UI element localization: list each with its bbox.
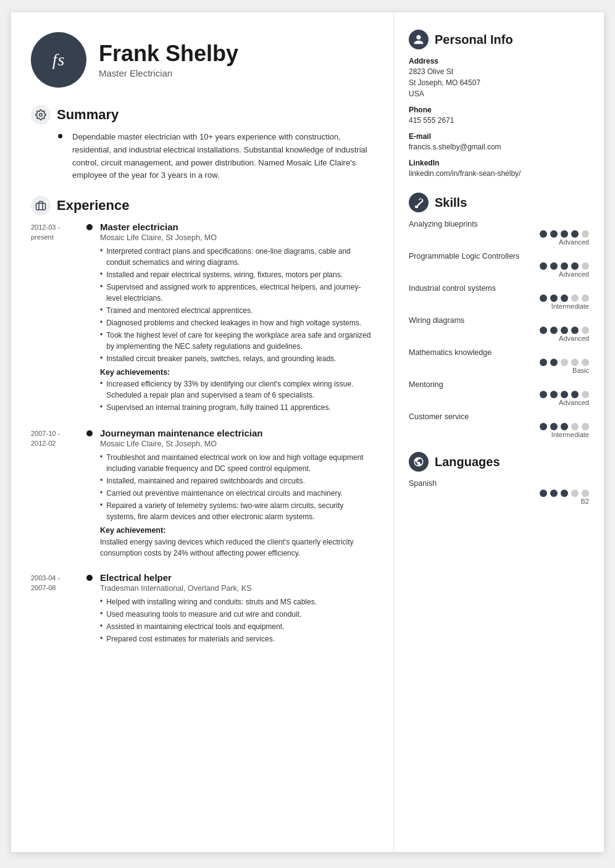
exp-bullet: •Trained and mentored electrical apprent… [100, 305, 374, 316]
resume-header: fs Frank Shelby Master Electrician [31, 32, 374, 88]
candidate-title: Master Electrician [99, 68, 238, 78]
experience-title-row: Experience [31, 196, 374, 215]
languages-icon [409, 452, 429, 472]
exp-bullet: •Helped with installing wiring and condu… [100, 596, 374, 607]
exp-content-1: Master electrician Mosaic Life Claire, S… [100, 222, 374, 414]
exp-dot-3 [86, 575, 93, 581]
personal-info-title: Personal Info [435, 33, 513, 47]
languages-title: Languages [435, 455, 500, 469]
exp-bullets-3: •Helped with installing wiring and condu… [100, 596, 374, 645]
candidate-name: Frank Shelby [99, 41, 238, 66]
exp-bullet: •Increased efficiency by 33% by identify… [100, 378, 374, 401]
exp-job-title-3: Electrical helper [100, 572, 374, 583]
exp-bullet: •Interpreted contract plans and specific… [100, 246, 374, 268]
summary-icon [31, 105, 51, 125]
exp-bullet: •Supervised an internal training program… [100, 402, 374, 413]
avatar: fs [31, 32, 86, 88]
experience-section: Experience 2012-03 - present Master elec… [31, 196, 374, 648]
avatar-initials: fs [52, 50, 65, 70]
exp-date-2: 2007-10 - 2012-02 [31, 428, 86, 559]
exp-dot-line-1 [86, 222, 93, 414]
exp-company-2: Mosaic Life Claire, St Joseph, MO [100, 440, 374, 448]
exp-bullet: •Supervised and assigned work to apprent… [100, 282, 374, 304]
info-email: E-mail francis.s.shelby@gmail.com [409, 132, 589, 152]
languages-section: Languages Spanish B2 [409, 452, 589, 505]
exp-bullets-2: •Troubleshot and maintained electrical w… [100, 452, 374, 522]
exp-bullet: •Troubleshot and maintained electrical w… [100, 452, 374, 474]
exp-dot-2 [86, 430, 93, 436]
skills-title: Skills [435, 196, 467, 210]
skill-item-6: Mentoring Advanced [409, 380, 589, 406]
key-achievement-text-2: Installed energy saving devices which re… [100, 536, 374, 559]
personal-info-icon [409, 30, 429, 49]
exp-bullet: •Assisted in maintaining electrical tool… [100, 621, 374, 632]
exp-bullet: •Installed and repair electrical systems… [100, 269, 374, 280]
skill-item-5: Mathematics knowledge Basic [409, 348, 589, 374]
experience-icon [31, 196, 51, 215]
skill-item-3: Industrial control systems Intermediate [409, 284, 589, 310]
exp-company-1: Mosaic Life Claire, St Joseph, MO [100, 233, 374, 242]
exp-bullet: •Installed circuit breaker panels, switc… [100, 353, 374, 364]
exp-job-title-2: Journeyman maintenance electrician [100, 428, 374, 438]
skill-item-7: Customer service Intermediate [409, 412, 589, 438]
exp-bullets-1: •Interpreted contract plans and specific… [100, 246, 374, 364]
exp-dot-1 [86, 224, 93, 230]
exp-date-1: 2012-03 - present [31, 222, 86, 414]
exp-content-3: Electrical helper Tradesman Internationa… [100, 572, 374, 648]
exp-bullet: •Used measuring tools to measure and cut… [100, 609, 374, 620]
info-address: Address 2823 Olive St St Joseph, MO 6450… [409, 57, 589, 99]
header-text: Frank Shelby Master Electrician [99, 41, 238, 79]
personal-info-title-row: Personal Info [409, 30, 589, 49]
right-column: Personal Info Address 2823 Olive St St J… [394, 12, 604, 852]
exp-company-3: Tradesman International, Overland Park, … [100, 584, 374, 593]
exp-bullet: •Took the highest level of care for keep… [100, 330, 374, 352]
exp-content-2: Journeyman maintenance electrician Mosai… [100, 428, 374, 559]
resume-container: fs Frank Shelby Master Electrician Summa… [11, 12, 604, 852]
skills-icon [409, 193, 429, 212]
skills-section: Skills Analyzing blueprints Advanced Pro… [409, 193, 589, 438]
exp-entry-3: 2003-04 - 2007-08 Electrical helper Trad… [31, 572, 374, 648]
exp-entry-1: 2012-03 - present Master electrician Mos… [31, 222, 374, 414]
skills-title-row: Skills [409, 193, 589, 212]
lang-item-1: Spanish B2 [409, 479, 589, 505]
key-achievement-label-1: Key achievements: [100, 368, 374, 377]
skill-item-1: Analyzing blueprints Advanced [409, 220, 589, 246]
info-linkedin: LinkedIn linkedin.com/in/frank-sean-shel… [409, 159, 589, 179]
languages-title-row: Languages [409, 452, 589, 472]
experience-title: Experience [57, 198, 129, 214]
summary-text: Dependable master electrician with 10+ y… [72, 131, 374, 182]
exp-bullet: •Prepared cost estimates for materials a… [100, 633, 374, 645]
exp-bullet: •Installed, maintained and repaired swit… [100, 475, 374, 486]
skill-item-2: Programmable Logic Controllers Advanced [409, 252, 589, 278]
exp-bullet: •Carried out preventive maintenance on e… [100, 488, 374, 499]
svg-rect-1 [36, 203, 46, 210]
exp-bullet: •Repaired a variety of telemetry systems… [100, 500, 374, 522]
svg-point-0 [40, 114, 43, 117]
exp-job-title-1: Master electrician [100, 222, 374, 232]
exp-bullet: •Diagnosed problems and checked leakages… [100, 317, 374, 328]
info-phone: Phone 415 555 2671 [409, 106, 589, 126]
key-achievement-label-2: Key achievement: [100, 526, 374, 535]
exp-entry-2: 2007-10 - 2012-02 Journeyman maintenance… [31, 428, 374, 559]
exp-dot-line-3 [86, 572, 93, 648]
skill-item-4: Wiring diagrams Advanced [409, 316, 589, 342]
left-column: fs Frank Shelby Master Electrician Summa… [11, 12, 394, 852]
personal-info-section: Personal Info Address 2823 Olive St St J… [409, 30, 589, 179]
summary-title: Summary [57, 107, 119, 123]
summary-title-row: Summary [31, 105, 374, 125]
exp-date-3: 2003-04 - 2007-08 [31, 572, 86, 648]
exp-dot-line-2 [86, 428, 93, 559]
summary-section: Summary Dependable master electrician wi… [31, 105, 374, 182]
